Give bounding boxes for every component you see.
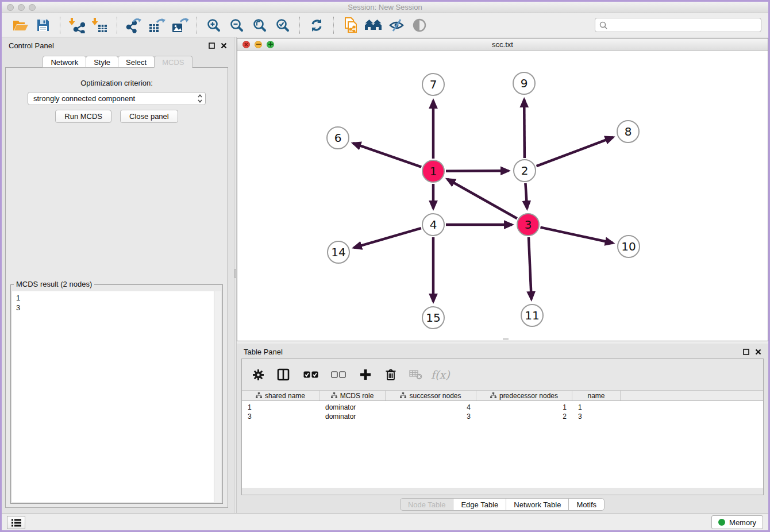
graph-node-8[interactable]: 8 [617, 120, 640, 143]
table-row[interactable]: 1dominator411 [242, 403, 763, 412]
toolbar-separator [117, 17, 117, 34]
tab-edge-table[interactable]: Edge Table [453, 498, 506, 511]
tab-select[interactable]: Select [118, 56, 155, 68]
trash-icon[interactable] [385, 368, 396, 381]
graph-node-10[interactable]: 10 [617, 235, 640, 258]
tab-style[interactable]: Style [86, 56, 118, 68]
graph-node-11[interactable]: 11 [521, 304, 544, 327]
close-panel-button[interactable]: Close panel [120, 110, 178, 123]
graph-edge[interactable] [525, 183, 527, 209]
close-panel-icon[interactable] [221, 43, 227, 49]
import-table-icon[interactable] [88, 15, 111, 36]
refresh-icon[interactable] [305, 15, 328, 36]
graph-edge[interactable] [540, 228, 613, 243]
checkboxes-unchecked-icon[interactable] [331, 371, 346, 378]
eye-slash-icon[interactable] [385, 15, 408, 36]
checkboxes-checked-icon[interactable] [303, 371, 318, 378]
open-folder-icon[interactable] [9, 15, 32, 36]
column-header-MCDS-role[interactable]: MCDS role [319, 391, 386, 400]
memory-button[interactable]: Memory [711, 515, 763, 529]
zoom-out-icon[interactable] [225, 15, 248, 36]
close-view-icon[interactable] [242, 41, 250, 48]
main-toolbar [2, 13, 768, 37]
list-icon [11, 519, 21, 527]
table-cell[interactable]: 3 [386, 413, 476, 421]
split-columns-icon[interactable] [277, 368, 290, 381]
tab-network[interactable]: Network [43, 56, 86, 68]
splitter-grip[interactable] [234, 269, 236, 278]
graph-node-4[interactable]: 4 [422, 213, 445, 236]
task-history-button[interactable] [7, 516, 25, 529]
float-panel-icon[interactable] [743, 349, 749, 355]
tab-motifs[interactable]: Motifs [568, 498, 605, 511]
table-cell[interactable]: dominator [319, 403, 386, 411]
table-footer [242, 488, 763, 495]
graph-node-3[interactable]: 3 [517, 213, 540, 236]
zoom-fit-icon[interactable] [248, 15, 271, 36]
run-mcds-button[interactable]: Run MCDS [55, 110, 111, 123]
graph-node-9[interactable]: 9 [513, 72, 536, 95]
column-header-successor-nodes[interactable]: successor nodes [386, 391, 476, 400]
sitemap-icon [256, 392, 262, 399]
sitemap-icon [331, 392, 337, 399]
zoom-in-icon[interactable] [202, 15, 225, 36]
houses-icon[interactable] [362, 15, 385, 36]
column-label: predecessor nodes [499, 392, 558, 400]
save-session-icon[interactable] [32, 15, 55, 36]
table-cell[interactable]: 2 [476, 413, 572, 421]
gear-icon[interactable] [252, 369, 264, 381]
table-panel-title: Table Panel [244, 348, 283, 356]
canvas-resize-grip[interactable] [503, 338, 509, 340]
graph-edge[interactable] [446, 171, 509, 171]
column-header-name[interactable]: name [572, 391, 621, 400]
graph-edge[interactable] [354, 228, 421, 248]
export-table-icon[interactable] [145, 15, 168, 36]
eye-icon[interactable] [408, 15, 431, 36]
table-row[interactable]: 3dominator323 [242, 412, 763, 421]
graph-node-7[interactable]: 7 [422, 73, 445, 96]
export-image-icon[interactable] [168, 15, 191, 36]
optimization-criterion-select[interactable]: strongly connected component [28, 92, 206, 105]
graph-node-2[interactable]: 2 [513, 159, 536, 182]
main-area: Control Panel NetworkStyleSelectMCDS Opt… [2, 37, 768, 513]
graph-edge[interactable] [353, 143, 421, 167]
result-scrollbar[interactable] [214, 291, 221, 502]
export-network-icon[interactable] [122, 15, 145, 36]
float-panel-icon[interactable] [209, 43, 215, 49]
tab-mcds[interactable]: MCDS [154, 56, 192, 68]
column-label: shared name [265, 392, 305, 400]
column-header-shared-name[interactable]: shared name [242, 391, 319, 400]
copy-documents-icon[interactable] [339, 15, 362, 36]
toolbar-separator [299, 17, 300, 34]
plus-icon[interactable] [360, 369, 371, 380]
memory-status-icon [718, 519, 725, 526]
graph-edge[interactable] [537, 137, 613, 166]
table-cell[interactable]: 1 [242, 403, 319, 411]
tab-node-table[interactable]: Node Table [400, 498, 454, 511]
table-cell[interactable]: 3 [572, 413, 621, 421]
search-input[interactable] [608, 21, 757, 29]
column-header-predecessor-nodes[interactable]: predecessor nodes [476, 391, 572, 400]
graph-node-14[interactable]: 14 [327, 241, 350, 264]
graph-edge[interactable] [447, 179, 517, 218]
table-cell[interactable]: 1 [476, 403, 572, 411]
table-cell[interactable]: 4 [386, 403, 476, 411]
zoom-selected-icon[interactable] [271, 15, 294, 36]
graph-edge[interactable] [529, 237, 532, 299]
table-cell[interactable]: 3 [242, 413, 319, 421]
table-cell[interactable]: dominator [319, 413, 386, 421]
network-canvas[interactable]: 7968124314101511 [237, 51, 768, 341]
graph-node-1[interactable]: 1 [422, 160, 445, 183]
graph-node-6[interactable]: 6 [326, 126, 349, 149]
table-cell[interactable]: 1 [572, 403, 621, 411]
mcds-result-item: 3 [16, 303, 217, 313]
maximize-view-icon[interactable] [267, 41, 274, 48]
close-panel-icon[interactable] [755, 349, 761, 355]
graph-edge[interactable] [524, 99, 525, 158]
minimize-view-icon[interactable] [255, 41, 262, 48]
import-network-icon[interactable] [66, 15, 88, 36]
graph-node-15[interactable]: 15 [422, 306, 445, 329]
tab-network-table[interactable]: Network Table [506, 498, 569, 511]
mcds-panel: Optimization criterion: strongly connect… [5, 67, 228, 508]
mcds-result-list[interactable]: 13 [12, 291, 221, 502]
